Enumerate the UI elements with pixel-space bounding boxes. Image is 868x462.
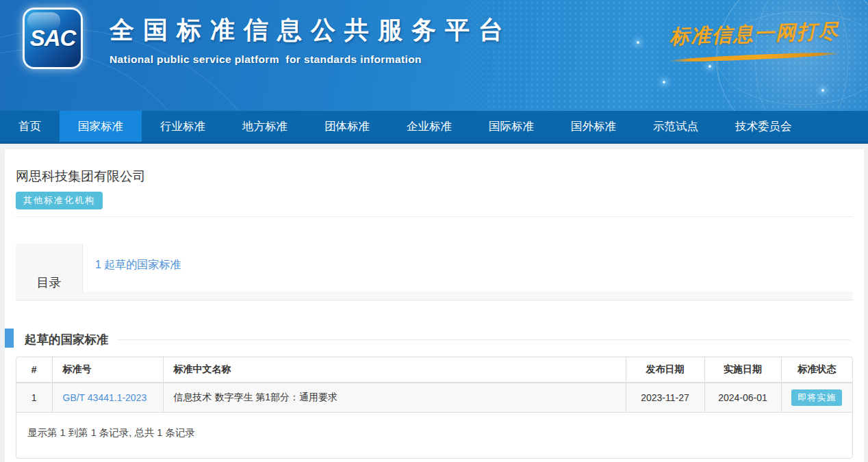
- col-status: 标准状态: [781, 357, 852, 383]
- decor-dot: [709, 65, 711, 68]
- site-title: 全国标准信息公共服务平台: [110, 14, 512, 47]
- slogan-text: 标准信息一网打尽: [669, 18, 839, 51]
- col-publish-date: 发布日期: [626, 357, 704, 383]
- toc-label-cell: 目录: [16, 244, 82, 300]
- section-marker: [5, 329, 14, 348]
- decor-dot: [663, 81, 665, 84]
- section-title: 起草的国家标准: [25, 331, 109, 348]
- main-content: 网思科技集团有限公司 其他标准化机构 目录 1 起草的国家标准 起草的国家标准 …: [5, 149, 864, 462]
- toc-content: 1 起草的国家标准: [82, 244, 853, 292]
- table-header-row: # 标准号 标准中文名称 发布日期 实施日期 标准状态: [16, 357, 852, 383]
- toc-link-drafted-national-standards[interactable]: 1 起草的国家标准: [95, 259, 181, 270]
- decor-dot: [821, 89, 824, 92]
- divider: [16, 216, 853, 217]
- sac-logo[interactable]: SAC: [23, 8, 83, 69]
- section-title-line: [118, 339, 851, 340]
- col-standard-name: 标准中文名称: [163, 357, 626, 383]
- table-summary: 显示第 1 到第 1 条记录, 总共 1 条记录: [16, 413, 852, 458]
- standards-table: # 标准号 标准中文名称 发布日期 实施日期 标准状态 1 GB/T 43441…: [16, 357, 852, 413]
- nav-item-industry-standards[interactable]: 行业标准: [142, 111, 224, 142]
- cell-index: 1: [16, 383, 52, 413]
- decor-dot: [637, 41, 639, 44]
- toc: 目录 1 起草的国家标准: [16, 244, 853, 300]
- nav-item-international-standards[interactable]: 国际标准: [470, 111, 552, 142]
- col-standard-no: 标准号: [52, 357, 163, 383]
- cell-standard-no: GB/T 43441.1-2023: [52, 383, 163, 413]
- nav-item-home[interactable]: 首页: [0, 111, 60, 142]
- nav-item-enterprise-standards[interactable]: 企业标准: [388, 111, 470, 142]
- standard-no-link[interactable]: GB/T 43441.1-2023: [63, 392, 147, 403]
- site-titles: 全国标准信息公共服务平台 National public service pla…: [110, 14, 512, 66]
- org-name: 网思科技集团有限公司: [16, 149, 853, 185]
- cell-standard-name: 信息技术 数字孪生 第1部分：通用要求: [163, 383, 626, 413]
- nav-item-pilot-demonstration[interactable]: 示范试点: [635, 111, 717, 142]
- slogan: 标准信息一网打尽: [665, 21, 843, 60]
- table-row: 1 GB/T 43441.1-2023 信息技术 数字孪生 第1部分：通用要求 …: [16, 383, 852, 413]
- standards-table-container: # 标准号 标准中文名称 发布日期 实施日期 标准状态 1 GB/T 43441…: [16, 357, 853, 459]
- site-subtitle: National public service platform for sta…: [110, 53, 512, 66]
- col-implement-date: 实施日期: [704, 357, 781, 383]
- cell-publish-date: 2023-11-27: [626, 383, 704, 413]
- status-badge: 即将实施: [791, 389, 842, 406]
- nav-item-local-standards[interactable]: 地方标准: [224, 111, 306, 142]
- cell-implement-date: 2024-06-01: [704, 383, 781, 413]
- toc-label: 目录: [37, 274, 62, 291]
- nav-item-group-standards[interactable]: 团体标准: [306, 111, 388, 142]
- org-type-badge: 其他标准化机构: [16, 192, 103, 209]
- cell-status: 即将实施: [781, 383, 852, 413]
- site-header: SAC 全国标准信息公共服务平台 National public service…: [0, 0, 868, 111]
- sac-logo-text: SAC: [30, 25, 76, 51]
- main-nav: 首页 国家标准 行业标准 地方标准 团体标准 企业标准 国际标准 国外标准 示范…: [0, 111, 868, 144]
- nav-item-foreign-standards[interactable]: 国外标准: [552, 111, 635, 142]
- nav-item-technical-committees[interactable]: 技术委员会: [717, 111, 810, 142]
- col-index: #: [16, 357, 52, 383]
- nav-item-national-standards[interactable]: 国家标准: [60, 111, 142, 142]
- section-header: 起草的国家标准: [16, 331, 853, 348]
